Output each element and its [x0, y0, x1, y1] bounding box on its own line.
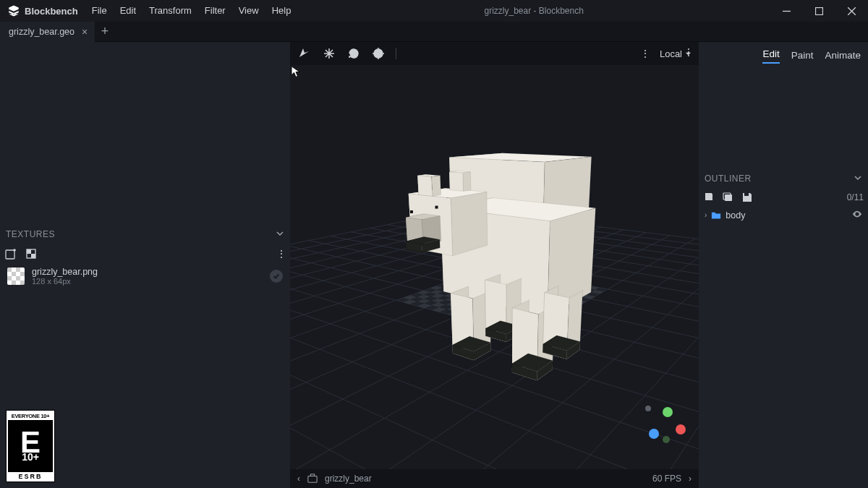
textures-header[interactable]: TEXTURES: [0, 225, 290, 244]
textures-toolbar: ⋮: [0, 244, 290, 264]
menu-help[interactable]: Help: [265, 0, 298, 22]
mode-paint[interactable]: Paint: [791, 50, 814, 64]
minimize-button[interactable]: [770, 0, 803, 22]
esrb-rating: EVERYONE 10+: [8, 412, 53, 421]
texture-item[interactable]: grizzly_bear.png 128 x 64px: [0, 264, 290, 288]
texture-name: grizzly_bear.png: [32, 267, 263, 277]
svg-rect-3: [27, 249, 31, 254]
title-bar: Blockbench File Edit Transform Filter Vi…: [0, 0, 868, 22]
add-cube-button[interactable]: [703, 191, 716, 204]
create-texture-button[interactable]: [25, 247, 38, 260]
svg-rect-1: [6, 250, 14, 259]
mode-tabs: Edit Paint Animate: [699, 42, 868, 64]
3d-viewport[interactable]: [290, 65, 699, 469]
viewport-panel: ⋮ Local ⋮ ‹: [290, 42, 699, 488]
file-tab-label: grizzly_bear.geo: [9, 27, 75, 37]
esrb-letter: E: [20, 430, 41, 455]
svg-rect-9: [705, 193, 712, 200]
menu-file[interactable]: File: [85, 0, 114, 22]
fps-counter: 60 FPS: [652, 474, 681, 484]
file-tab[interactable]: grizzly_bear.geo ×: [0, 22, 95, 42]
main-menu: File Edit Transform Filter View Help: [85, 0, 298, 22]
prev-button[interactable]: ‹: [297, 474, 300, 484]
menu-edit[interactable]: Edit: [114, 0, 142, 22]
viewport-toolbar: ⋮ Local ⋮: [290, 42, 699, 65]
status-model-name: grizzly_bear: [325, 474, 372, 484]
folder-icon: [711, 210, 721, 221]
svg-rect-0: [816, 7, 823, 14]
expand-icon: ›: [705, 211, 707, 219]
window-controls: [770, 0, 868, 22]
model-icon: [307, 474, 318, 484]
svg-rect-12: [744, 193, 749, 196]
left-panel: TEXTURES ⋮ grizzly_bear.png 128 x 64px E…: [0, 42, 290, 488]
right-panel: Edit Paint Animate OUTLINER 0/11 › body: [699, 42, 868, 488]
menu-view[interactable]: View: [232, 0, 265, 22]
maximize-button[interactable]: [803, 0, 835, 22]
save-outliner-button[interactable]: [741, 191, 754, 204]
svg-rect-8: [310, 474, 314, 476]
svg-rect-7: [308, 476, 317, 483]
outliner-header[interactable]: OUTLINER: [699, 169, 868, 188]
add-group-button[interactable]: [722, 191, 735, 204]
rotate-tool-icon[interactable]: [346, 46, 361, 61]
texture-applied-icon[interactable]: [270, 270, 283, 283]
mode-edit[interactable]: Edit: [762, 48, 779, 64]
close-tab-icon[interactable]: ×: [79, 26, 90, 38]
new-tab-button[interactable]: +: [95, 22, 115, 42]
blockbench-icon: [7, 4, 20, 17]
pivot-tool-icon[interactable]: [371, 46, 386, 61]
viewport-overflow-icon[interactable]: ⋮: [684, 46, 693, 58]
esrb-age: 10+: [22, 451, 39, 463]
toolbar-overflow-icon[interactable]: ⋮: [640, 48, 650, 59]
app-logo: Blockbench: [0, 4, 85, 17]
window-title: grizzly_bear - Blockbench: [297, 6, 770, 16]
move-tool-icon[interactable]: [297, 46, 312, 61]
transform-space-label: Local: [660, 48, 682, 59]
menu-filter[interactable]: Filter: [198, 0, 232, 22]
chevron-down-icon[interactable]: [276, 229, 284, 240]
esrb-badge: EVERYONE 10+ E 10+ ESRB: [6, 410, 55, 482]
svg-point-6: [377, 52, 380, 55]
status-bar: ‹ grizzly_bear 60 FPS ›: [290, 469, 699, 488]
textures-title: TEXTURES: [6, 229, 55, 239]
outliner-count: 0/11: [847, 192, 864, 202]
axis-neg-y-icon[interactable]: [663, 436, 670, 443]
chevron-down-icon[interactable]: [854, 174, 862, 184]
outliner-title: OUTLINER: [705, 174, 752, 184]
add-texture-button[interactable]: [4, 247, 17, 260]
outliner-item-label: body: [726, 210, 745, 221]
orientation-gizmo[interactable]: [645, 406, 686, 446]
file-tabs: grizzly_bear.geo × +: [0, 22, 868, 42]
textures-overflow-icon[interactable]: ⋮: [276, 248, 286, 260]
app-name: Blockbench: [25, 6, 78, 17]
viewport-cursor-icon: [291, 66, 301, 81]
menu-transform[interactable]: Transform: [142, 0, 198, 22]
resize-tool-icon[interactable]: [322, 46, 336, 61]
texture-dimensions: 128 x 64px: [32, 277, 263, 286]
mode-animate[interactable]: Animate: [825, 50, 861, 64]
outliner-item[interactable]: › body: [699, 207, 868, 223]
outliner-toolbar: 0/11: [699, 188, 868, 207]
close-button[interactable]: [835, 0, 868, 22]
axis-x-icon[interactable]: [676, 424, 686, 435]
svg-rect-4: [31, 254, 35, 258]
axis-y-icon[interactable]: [663, 407, 673, 417]
next-button[interactable]: ›: [689, 474, 692, 484]
axis-z-icon[interactable]: [649, 429, 659, 439]
esrb-brand: ESRB: [8, 472, 53, 480]
visibility-toggle[interactable]: [852, 209, 862, 221]
texture-thumbnail: [7, 267, 25, 285]
